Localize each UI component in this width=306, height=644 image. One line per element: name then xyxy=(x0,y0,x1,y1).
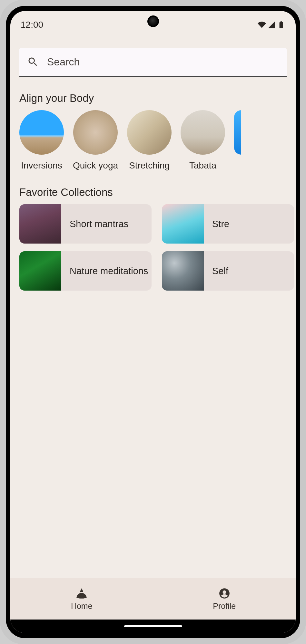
screen: 12:00 Align your Body Inversions xyxy=(10,11,296,633)
fav-card-short-mantras[interactable]: Short mantras xyxy=(19,204,152,244)
status-icons xyxy=(258,21,285,29)
fav-card-label: Stre xyxy=(204,219,229,229)
nav-label: Profile xyxy=(213,601,236,611)
align-item-image xyxy=(19,110,64,155)
align-item-image xyxy=(127,110,172,155)
nav-item-profile[interactable]: Profile xyxy=(153,578,296,620)
align-item-peek[interactable] xyxy=(234,110,241,171)
align-item-label: Quick yoga xyxy=(73,160,118,171)
signal-icon xyxy=(267,21,276,29)
fav-card-image xyxy=(19,251,61,291)
fav-card-nature-meditations[interactable]: Nature meditations xyxy=(19,251,152,291)
front-camera xyxy=(147,15,159,27)
nav-item-home[interactable]: Home xyxy=(10,578,153,620)
align-item-image xyxy=(73,110,118,155)
align-item-stretching[interactable]: Stretching xyxy=(127,110,172,171)
bottom-nav: Home Profile xyxy=(10,578,296,620)
device-frame: 12:00 Align your Body Inversions xyxy=(0,0,306,644)
align-item-tabata[interactable]: Tabata xyxy=(181,110,225,171)
fav-card-stress[interactable]: Stre xyxy=(162,204,294,244)
align-item-label: Stretching xyxy=(129,160,170,171)
section-title-fav: Favorite Collections xyxy=(10,171,296,204)
fav-card-label: Nature meditations xyxy=(61,266,148,276)
align-item-label: Tabata xyxy=(189,160,216,171)
account-circle-icon xyxy=(218,587,231,600)
align-item-label: Inversions xyxy=(21,160,62,171)
fav-card-image xyxy=(162,251,204,291)
align-item-image xyxy=(234,110,241,155)
fav-card-self[interactable]: Self xyxy=(162,251,294,291)
gesture-bar[interactable] xyxy=(10,620,296,633)
favorite-grid[interactable]: Short mantras Stre Nature meditations Se… xyxy=(10,204,296,291)
align-item-image xyxy=(181,110,225,155)
search-icon xyxy=(27,56,39,68)
fav-card-image xyxy=(162,204,204,244)
align-item-quick-yoga[interactable]: Quick yoga xyxy=(73,110,118,171)
gesture-pill xyxy=(124,625,182,627)
device-bezel: 12:00 Align your Body Inversions xyxy=(6,6,300,638)
section-title-align: Align your Body xyxy=(10,77,296,110)
fav-card-label: Self xyxy=(204,266,228,276)
nav-label: Home xyxy=(71,601,93,611)
search-bar[interactable] xyxy=(19,48,287,77)
fav-card-label: Short mantras xyxy=(61,219,128,229)
align-body-row[interactable]: Inversions Quick yoga Stretching Tabata xyxy=(10,110,296,171)
battery-icon xyxy=(277,21,285,29)
fav-card-image xyxy=(19,204,61,244)
wifi-icon xyxy=(258,21,266,29)
status-time: 12:00 xyxy=(21,20,43,30)
main-content[interactable]: Align your Body Inversions Quick yoga St… xyxy=(10,32,296,578)
align-item-inversions[interactable]: Inversions xyxy=(19,110,64,171)
search-input[interactable] xyxy=(47,56,279,68)
spa-icon xyxy=(75,587,88,600)
